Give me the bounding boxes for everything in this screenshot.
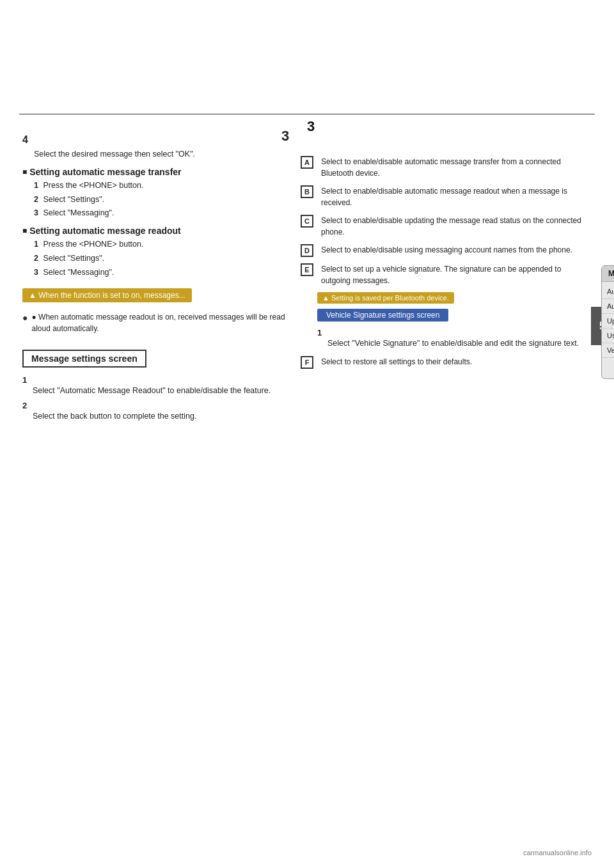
right-sub1: 1 Select "Vehicle Signature" to enable/d… [317, 328, 592, 350]
msg-settings-box: Message settings screen [22, 350, 146, 368]
msg-settings-sub2-text: Select the back button to complete the s… [33, 410, 291, 422]
right-note-box-text: ▲ Setting is saved per Bluetooth device. [317, 292, 454, 304]
badge-label-b: B [301, 185, 313, 198]
msg-row-a: Automatic Message Transfer On A [602, 284, 614, 299]
annot-f-text: Select to restore all settings to their … [321, 356, 592, 368]
msg-row-a-label: Automatic Message Transfer [607, 288, 614, 295]
step-4-num: 4 [22, 134, 291, 146]
left-column: 4 Select the desired message then select… [22, 128, 291, 426]
msg-screen-title: Messaging [608, 269, 614, 278]
messaging-screen: Messaging 9:14 ▲▲ ⊠ ⊙ Automatic Message … [601, 265, 614, 379]
msg-settings-sub2: 2 Select the back button to complete the… [22, 401, 291, 422]
annotations-block: A Select to enable/disable automatic mes… [301, 156, 592, 369]
right-column: 3 Messaging 9:14 ▲▲ ⊠ ⊙ Automatic Messag… [301, 128, 592, 375]
msg-settings-label-block: Message settings screen [22, 346, 291, 371]
right-step3-num: 3 [281, 128, 289, 144]
section-a-item-1: 1 Press the <PHONE> button. [34, 180, 291, 192]
section-b-item-1: 1 Press the <PHONE> button. [34, 238, 291, 251]
annot-b-text: Select to enable/disable automatic messa… [321, 185, 592, 208]
section-a-item-2: 2 Select "Settings". [34, 194, 291, 206]
right-blue-box-text: Vehicle Signature settings screen [317, 309, 448, 322]
annot-c: C Select to enable/disable updating the … [301, 215, 592, 238]
msg-row-c: Update Message Read Status on Phone On C [602, 314, 614, 329]
section-b-item-2: 2 Select "Settings". [34, 252, 291, 265]
page: 5 3 4 Select the desired message then se… [0, 0, 614, 868]
watermark: carmanualsonline.info [523, 849, 592, 856]
section-b-header: Setting automatic message readout [22, 226, 291, 236]
step-4-block: 4 Select the desired message then select… [22, 134, 291, 160]
annot-b: B Select to enable/disable automatic mes… [301, 185, 592, 208]
right-blue-box: Vehicle Signature settings screen [317, 306, 592, 324]
section-b-item-3: 3 Select "Messaging". [34, 267, 291, 279]
msg-default-row: Default F [602, 358, 614, 376]
bullet-note: ● ● When automatic message readout is on… [22, 311, 291, 334]
step-4-text: Select the desired message then select "… [34, 148, 291, 160]
annot-e: E Select to set up a vehicle signature. … [301, 263, 592, 286]
msg-row-b: Automatic Message Readout On B [602, 299, 614, 314]
section-a-item-3: 3 Select "Messaging". [34, 207, 291, 219]
right-note-box: ▲ Setting is saved per Bluetooth device. [317, 293, 592, 302]
msg-row-d: Use Messaging Account Names from Phone O… [602, 329, 614, 343]
note-box-text: ▲ When the function is set to on, messag… [22, 288, 192, 302]
annot-e-text: Select to set up a vehicle signature. Th… [321, 263, 592, 286]
section-a-block: Setting automatic message transfer 1 Pre… [22, 167, 291, 219]
msg-row-d-label: Use Messaging Account Names from Phone [607, 332, 614, 339]
annot-d-text: Select to enable/disable using messaging… [321, 244, 592, 256]
badge-label-c: C [301, 215, 313, 228]
annot-d: D Select to enable/disable using messagi… [301, 244, 592, 257]
msg-row-b-label: Automatic Message Readout [607, 302, 614, 310]
top-rule [19, 114, 595, 114]
annot-c-text: Select to enable/disable updating the me… [321, 215, 592, 238]
annot-f: F Select to restore all settings to thei… [301, 356, 592, 369]
msg-row-e: Vehicle Signature Off E [602, 343, 614, 358]
badge-label-e: E [301, 263, 313, 276]
note-box-warning: ▲ When the function is set to on, messag… [22, 284, 291, 306]
badge-label-a: A [301, 156, 313, 169]
annot-a-text: Select to enable/disable automatic messa… [321, 156, 592, 179]
section-b-block: Setting automatic message readout 1 Pres… [22, 226, 291, 278]
msg-settings-sub1: 1 Select "Automatic Message Readout" to … [22, 375, 291, 397]
msg-screen-titlebar: Messaging 9:14 ▲▲ ⊠ ⊙ [602, 266, 614, 282]
annot-a: A Select to enable/disable automatic mes… [301, 156, 592, 179]
msg-row-c-label: Update Message Read Status on Phone [607, 317, 614, 325]
section-a-header: Setting automatic message transfer [22, 167, 291, 177]
right-sub1-text: Select "Vehicle Signature" to enable/dis… [327, 337, 592, 350]
msg-row-e-label: Vehicle Signature [607, 346, 614, 354]
msg-screen-body: Automatic Message Transfer On A Automati… [602, 282, 614, 378]
msg-settings-sub1-text: Select "Automatic Message Readout" to en… [33, 385, 291, 397]
badge-label-d: D [301, 244, 313, 257]
right-step3-block: 3 [301, 128, 592, 147]
badge-label-f: F [301, 356, 313, 369]
